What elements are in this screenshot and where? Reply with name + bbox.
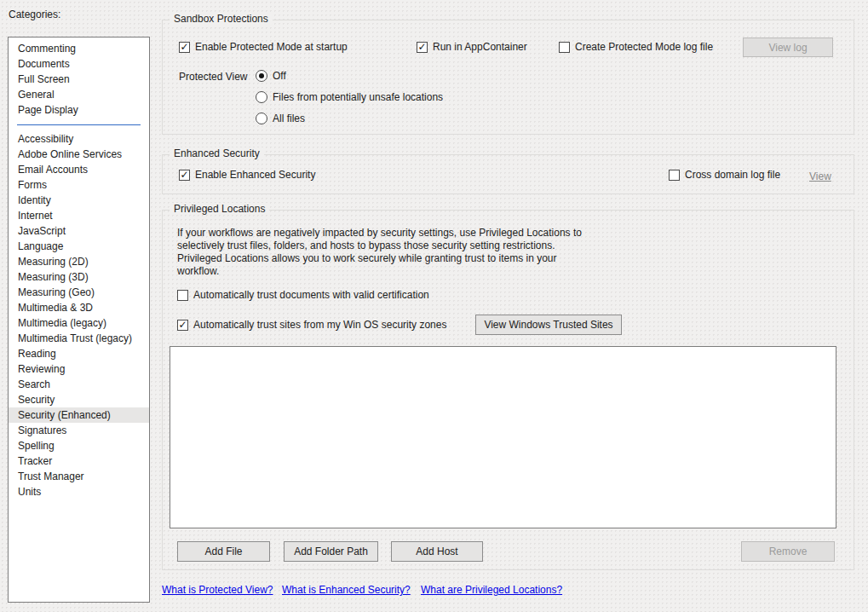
sidebar-item-multimedia-trust-legacy[interactable]: Multimedia Trust (legacy) — [9, 331, 149, 346]
sidebar-item-search[interactable]: Search — [9, 377, 149, 392]
checkbox-icon — [177, 290, 188, 301]
sidebar-item-trust-manager[interactable]: Trust Manager — [9, 469, 149, 484]
view-cross-domain-log-link[interactable]: View — [809, 170, 831, 182]
add-file-button[interactable]: Add File — [177, 541, 270, 562]
sidebar-item-multimedia-3d[interactable]: Multimedia & 3D — [9, 300, 149, 315]
sidebar-item-units[interactable]: Units — [9, 484, 149, 499]
sidebar-item-internet[interactable]: Internet — [9, 208, 149, 223]
sidebar-item-adobe-online-services[interactable]: Adobe Online Services — [9, 147, 149, 162]
radio-protected-view-all-files[interactable]: All files — [256, 113, 305, 124]
description-line: workflow. — [177, 265, 688, 278]
radio-protected-view-unsafe-locations[interactable]: Files from potentially unsafe locations — [256, 91, 443, 103]
preferences-security-enhanced-panel: { "colors": { "page_bg": "#f1f0ef", "sep… — [0, 0, 868, 612]
checkbox-trust-certified-documents[interactable]: Automatically trust documents with valid… — [177, 289, 429, 301]
sidebar-item-multimedia-legacy[interactable]: Multimedia (legacy) — [9, 315, 149, 331]
category-group-separator — [17, 124, 141, 125]
checkbox-create-protected-mode-log[interactable]: Create Protected Mode log file — [559, 41, 713, 53]
radio-icon — [256, 70, 267, 82]
enhanced-security-title: Enhanced Security — [170, 147, 264, 159]
sidebar-item-commenting[interactable]: Commenting — [9, 41, 149, 56]
categories-listbox: Commenting Documents Full Screen General… — [8, 37, 150, 603]
radio-label: Files from potentially unsafe locations — [273, 91, 443, 103]
checkbox-label: Run in AppContainer — [433, 41, 527, 53]
description-line: If your workflows are negatively impacte… — [177, 227, 688, 240]
sidebar-item-javascript[interactable]: JavaScript — [9, 223, 149, 239]
link-what-is-protected-view[interactable]: What is Protected View? — [162, 584, 273, 596]
sidebar-item-security-enhanced[interactable]: Security (Enhanced) — [9, 407, 149, 423]
view-log-button[interactable]: View log — [743, 38, 833, 57]
categories-label: Categories: — [9, 9, 60, 20]
sidebar-item-documents[interactable]: Documents — [9, 56, 149, 72]
sidebar-item-measuring-2d[interactable]: Measuring (2D) — [9, 254, 149, 269]
sandbox-protections-title: Sandbox Protections — [170, 13, 273, 25]
privileged-locations-description: If your workflows are negatively impacte… — [177, 227, 688, 278]
checkbox-icon — [669, 170, 680, 181]
checkbox-label: Cross domain log file — [685, 169, 780, 181]
radio-protected-view-off[interactable]: Off — [256, 70, 286, 82]
description-line: selectively trust files, folders, and ho… — [177, 240, 688, 252]
checkbox-enable-protected-mode[interactable]: Enable Protected Mode at startup — [179, 41, 348, 53]
checkbox-enable-enhanced-security[interactable]: Enable Enhanced Security — [179, 169, 315, 181]
sidebar-item-full-screen[interactable]: Full Screen — [9, 72, 149, 87]
checkbox-icon — [177, 320, 188, 331]
privileged-locations-title: Privileged Locations — [170, 203, 269, 215]
checkbox-label: Create Protected Mode log file — [575, 41, 713, 53]
sidebar-item-email-accounts[interactable]: Email Accounts — [9, 162, 149, 177]
sidebar-item-reviewing[interactable]: Reviewing — [9, 361, 149, 377]
checkbox-label: Enable Protected Mode at startup — [195, 41, 348, 53]
add-host-button[interactable]: Add Host — [391, 541, 483, 562]
sidebar-item-page-display[interactable]: Page Display — [9, 102, 149, 118]
radio-icon — [256, 113, 267, 124]
checkbox-icon — [559, 42, 570, 53]
checkbox-label: Enable Enhanced Security — [195, 169, 315, 181]
checkbox-trust-win-os-security-zones[interactable]: Automatically trust sites from my Win OS… — [177, 319, 446, 331]
sidebar-item-language[interactable]: Language — [9, 239, 149, 254]
protected-view-label: Protected View — [179, 71, 248, 83]
sidebar-item-signatures[interactable]: Signatures — [9, 423, 149, 438]
link-what-are-privileged-locations[interactable]: What are Privileged Locations? — [421, 584, 562, 596]
checkbox-icon — [417, 42, 428, 53]
sidebar-item-measuring-geo[interactable]: Measuring (Geo) — [9, 285, 149, 300]
checkbox-icon — [179, 170, 190, 181]
description-line: Privileged Locations allows you to work … — [177, 252, 688, 265]
checkbox-run-in-appcontainer[interactable]: Run in AppContainer — [417, 41, 527, 53]
sidebar-item-security[interactable]: Security — [9, 392, 149, 407]
sidebar-item-general[interactable]: General — [9, 87, 149, 102]
radio-label: Off — [273, 70, 286, 82]
sidebar-item-tracker[interactable]: Tracker — [9, 453, 149, 469]
add-folder-path-button[interactable]: Add Folder Path — [284, 541, 378, 562]
sidebar-item-identity[interactable]: Identity — [9, 193, 149, 208]
privileged-locations-list[interactable] — [170, 346, 836, 528]
checkbox-icon — [179, 42, 190, 53]
sidebar-item-measuring-3d[interactable]: Measuring (3D) — [9, 269, 149, 285]
remove-button[interactable]: Remove — [741, 541, 835, 562]
sidebar-item-spelling[interactable]: Spelling — [9, 438, 149, 453]
checkbox-label: Automatically trust documents with valid… — [193, 289, 429, 301]
radio-icon — [256, 91, 267, 103]
checkbox-label: Automatically trust sites from my Win OS… — [193, 319, 446, 331]
sidebar-item-accessibility[interactable]: Accessibility — [9, 131, 149, 147]
checkbox-cross-domain-log-file[interactable]: Cross domain log file — [669, 169, 780, 181]
radio-label: All files — [273, 113, 305, 124]
sidebar-item-forms[interactable]: Forms — [9, 177, 149, 193]
link-what-is-enhanced-security[interactable]: What is Enhanced Security? — [282, 584, 411, 596]
view-windows-trusted-sites-button[interactable]: View Windows Trusted Sites — [475, 315, 622, 335]
sidebar-item-reading[interactable]: Reading — [9, 346, 149, 361]
